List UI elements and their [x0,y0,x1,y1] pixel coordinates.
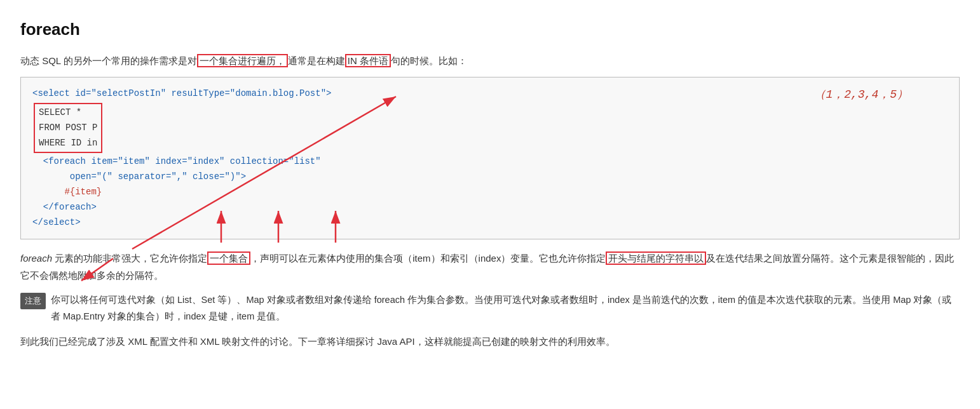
code-line-item: #{item} [32,185,948,200]
code-line-foreach: <foreach item="item" index="index" colle… [32,154,948,170]
desc-highlight-collection: 一个集合 [207,251,250,265]
note-badge: 注意 [20,293,46,309]
intro-text-before: 动态 SQL 的另外一个常用的操作需求是对 [20,55,197,66]
number-hint: （1，2,3,4，5） [814,85,908,105]
intro-text-middle: 通常是在构建 [288,55,345,66]
intro-paragraph: 动态 SQL 的另外一个常用的操作需求是对一个集合进行遍历，通常是在构建IN 条… [20,52,960,69]
highlight-collection: 一个集合进行遍历， [197,54,288,67]
final-paragraph: 到此我们已经完成了涉及 XML 配置文件和 XML 映射文件的讨论。下一章将详细… [20,333,960,350]
code-example-block: （1，2,3,4，5） <select id="selectPostIn" re… [20,77,960,239]
desc-text-c: 及在迭代结果之间放置分隔符。 [706,253,840,264]
desc-text-b: ，声明可以在元素体内使用的集合项（item）和索引（index）变量。它也允许你… [250,253,606,264]
code-line-select-open: <select id="selectPostIn" resultType="do… [32,86,948,102]
code-line-sql-select: SELECT * [39,105,97,121]
note-block: 注意 你可以将任何可迭代对象（如 List、Set 等）、Map 对象或者数组对… [20,292,960,325]
code-line-end-foreach: </foreach> [32,200,948,215]
code-line-end-select: </select> [32,215,948,231]
desc-foreach-label: foreach [20,253,52,264]
highlight-in-condition: IN 条件语 [345,54,391,67]
desc-text-a: 元素的功能非常强大，它允许你指定 [52,253,207,264]
note-text: 你可以将任何可迭代对象（如 List、Set 等）、Map 对象或者数组对象传递… [51,292,960,325]
intro-text-after: 句的时候。比如： [391,55,467,66]
desc-highlight-open-close: 开头与结尾的字符串以 [606,251,706,265]
code-line-sql-where: WHERE ID in [39,136,97,151]
page-title: foreach [20,15,960,43]
code-line-open: open="(" separator="," close=")"> [32,170,948,185]
desc-paragraph: foreach 元素的功能非常强大，它允许你指定一个集合，声明可以在元素体内使用… [20,250,960,284]
code-line-sql-from: FROM POST P [39,121,97,136]
